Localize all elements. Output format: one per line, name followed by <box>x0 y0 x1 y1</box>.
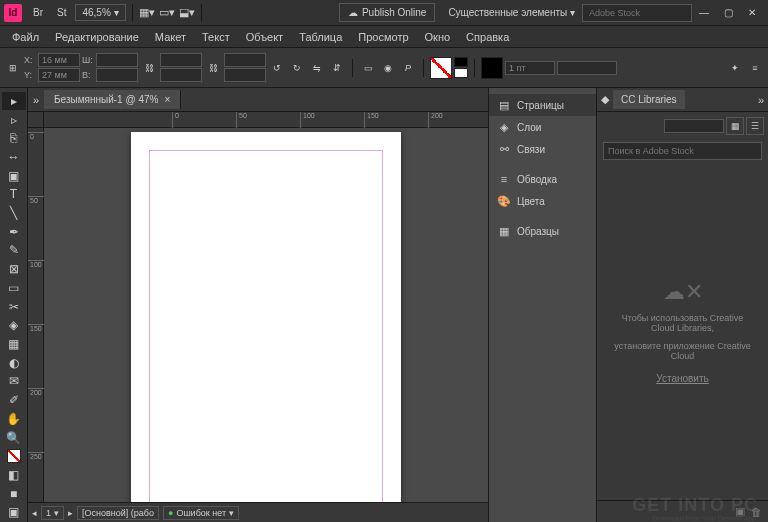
w-field[interactable] <box>96 53 138 67</box>
panel-color[interactable]: 🎨 Цвета <box>489 190 596 212</box>
type-tool[interactable]: T <box>2 186 26 204</box>
direct-selection-tool[interactable]: ▹ <box>2 111 26 129</box>
selection-tool[interactable]: ▸ <box>2 92 26 110</box>
panel-pages[interactable]: ▤ Страницы <box>489 94 596 116</box>
document-tab[interactable]: Безымянный-1 @ 47% × <box>44 90 181 109</box>
content-collector-tool[interactable]: ▣ <box>2 167 26 185</box>
view-mode-toggle[interactable]: ▣ <box>2 503 26 521</box>
y-field[interactable] <box>38 68 80 82</box>
pen-tool[interactable]: ✒ <box>2 223 26 241</box>
hand-tool[interactable]: ✋ <box>2 410 26 428</box>
apply-color[interactable]: ■ <box>2 485 26 503</box>
menu-layout[interactable]: Макет <box>147 28 194 46</box>
rotate-ccw-icon[interactable]: ↺ <box>268 59 286 77</box>
paragraph-icon[interactable]: P <box>399 59 417 77</box>
stroke-style-field[interactable] <box>557 61 617 75</box>
menu-file[interactable]: Файл <box>4 28 47 46</box>
scale-x-field[interactable] <box>160 53 202 67</box>
fill-white-swatch[interactable] <box>454 68 468 78</box>
menu-table[interactable]: Таблица <box>291 28 350 46</box>
menu-edit[interactable]: Редактирование <box>47 28 147 46</box>
minimize-button[interactable]: — <box>692 4 716 22</box>
workspace-dropdown[interactable]: Существенные элементы ▾ <box>442 5 581 20</box>
rectangle-tool[interactable]: ▭ <box>2 279 26 297</box>
tab-close-icon[interactable]: × <box>164 94 170 105</box>
creative-cloud-icon: ☁✕ <box>663 279 703 305</box>
bridge-button[interactable]: Br <box>27 5 49 20</box>
page-prev-icon[interactable]: ◂ <box>32 508 37 518</box>
close-button[interactable]: ✕ <box>740 4 764 22</box>
screen-mode-icon[interactable]: ▭▾ <box>157 3 177 23</box>
zoom-tool[interactable]: 🔍 <box>2 429 26 447</box>
panel-swatches[interactable]: ▦ Образцы <box>489 220 596 242</box>
rotate-field[interactable] <box>224 53 266 67</box>
line-tool[interactable]: ╲ <box>2 204 26 222</box>
free-transform-tool[interactable]: ◈ <box>2 316 26 334</box>
add-content-icon[interactable]: ▣ <box>735 505 745 518</box>
flip-h-icon[interactable]: ⇋ <box>308 59 326 77</box>
pencil-tool[interactable]: ✎ <box>2 242 26 260</box>
delete-icon[interactable]: 🗑 <box>751 506 762 518</box>
panel-collapse-icon[interactable]: » <box>758 94 764 106</box>
canvas[interactable] <box>44 128 488 502</box>
reference-point-icon[interactable]: ⊞ <box>4 59 22 77</box>
constrain-scale-icon[interactable]: ⛓ <box>204 59 222 77</box>
fill-swatch[interactable] <box>430 57 452 79</box>
h-field[interactable] <box>96 68 138 82</box>
page-nav-field[interactable]: 1 ▾ <box>41 506 64 520</box>
arrange-icon[interactable]: ⬓▾ <box>177 3 197 23</box>
menu-window[interactable]: Окно <box>417 28 459 46</box>
gradient-feather-tool[interactable]: ◐ <box>2 354 26 372</box>
shear-field[interactable] <box>224 68 266 82</box>
install-link[interactable]: Установить <box>656 373 709 384</box>
menu-object[interactable]: Объект <box>238 28 291 46</box>
gradient-swatch-tool[interactable]: ▦ <box>2 335 26 353</box>
stroke-weight-field[interactable] <box>505 61 555 75</box>
stroke-swatch[interactable] <box>481 57 503 79</box>
constrain-wh-icon[interactable]: ⛓ <box>140 59 158 77</box>
select-content-icon[interactable]: ◉ <box>379 59 397 77</box>
document-page[interactable] <box>131 132 401 502</box>
menu-view[interactable]: Просмотр <box>350 28 416 46</box>
ruler-horizontal[interactable]: 0 50 100 150 200 <box>28 112 488 128</box>
grid-view-icon[interactable]: ▦ <box>726 117 744 135</box>
fill-stroke-toggle[interactable] <box>2 447 26 465</box>
default-fill-stroke[interactable]: ◧ <box>2 466 26 484</box>
adobe-stock-search[interactable] <box>582 4 692 22</box>
panel-menu-icon[interactable]: ≡ <box>746 59 764 77</box>
library-dropdown[interactable] <box>664 119 724 133</box>
note-tool[interactable]: ✉ <box>2 373 26 391</box>
ruler-origin[interactable] <box>28 112 44 127</box>
menu-type[interactable]: Текст <box>194 28 238 46</box>
x-field[interactable] <box>38 53 80 67</box>
zoom-dropdown[interactable]: 46,5% ▾ <box>75 4 125 21</box>
cc-libraries-tab[interactable]: CC Libraries <box>613 90 685 109</box>
stock-search-field[interactable] <box>603 142 762 160</box>
preflight-status[interactable]: ●Ошибок нет ▾ <box>163 506 239 520</box>
select-container-icon[interactable]: ▭ <box>359 59 377 77</box>
page-next-icon[interactable]: ▸ <box>68 508 73 518</box>
list-view-icon[interactable]: ☰ <box>746 117 764 135</box>
panel-layers[interactable]: ◈ Слои <box>489 116 596 138</box>
tab-expand-icon[interactable]: » <box>28 94 44 106</box>
menu-help[interactable]: Справка <box>458 28 517 46</box>
panel-stroke[interactable]: ≡ Обводка <box>489 168 596 190</box>
scissors-tool[interactable]: ✂ <box>2 298 26 316</box>
stock-button[interactable]: St <box>51 5 72 20</box>
gap-tool[interactable]: ↔ <box>2 148 26 166</box>
pages-icon: ▤ <box>497 98 511 112</box>
panel-links[interactable]: ⚯ Связи <box>489 138 596 160</box>
eyedropper-tool[interactable]: ✐ <box>2 391 26 409</box>
flip-v-icon[interactable]: ⇵ <box>328 59 346 77</box>
maximize-button[interactable]: ▢ <box>716 4 740 22</box>
master-field[interactable]: [Основной] (рабо <box>77 506 159 520</box>
view-options-icon[interactable]: ▦▾ <box>137 3 157 23</box>
publish-online-button[interactable]: ☁ Publish Online <box>339 3 435 22</box>
fill-black-swatch[interactable] <box>454 57 468 67</box>
rotate-cw-icon[interactable]: ↻ <box>288 59 306 77</box>
scale-y-field[interactable] <box>160 68 202 82</box>
rectangle-frame-tool[interactable]: ⊠ <box>2 260 26 278</box>
page-tool[interactable]: ⎘ <box>2 129 26 147</box>
ruler-vertical[interactable]: 0 50 100 150 200 250 <box>28 128 44 502</box>
quick-apply-icon[interactable]: ✦ <box>726 59 744 77</box>
